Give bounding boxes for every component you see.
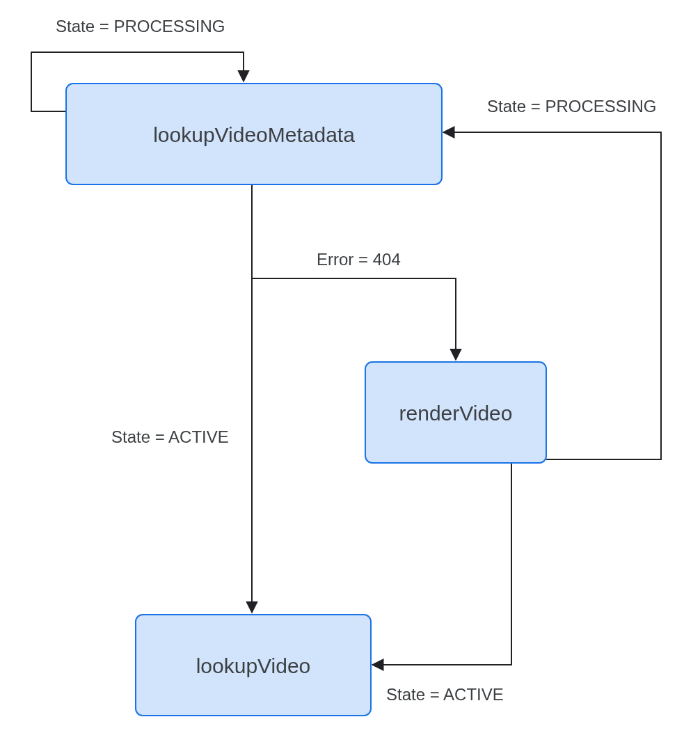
edge-render-to-lookupvideo: State = ACTIVE <box>372 462 511 704</box>
node-rendervideo: renderVideo <box>365 362 546 463</box>
edge-label-render-to-lookupmeta: State = PROCESSING <box>487 97 656 116</box>
node-lookupvideometadata: lookupVideoMetadata <box>66 84 442 184</box>
node-label-rendervideo: renderVideo <box>399 402 513 425</box>
node-label-lookupvideo: lookupVideo <box>196 654 311 677</box>
node-label-lookupvideometadata: lookupVideoMetadata <box>153 123 355 146</box>
edge-lookupmeta-to-lookupvideo: State = ACTIVE <box>111 184 252 613</box>
edge-lookupmeta-to-render: Error = 404 <box>252 250 456 360</box>
edge-label-selfloop: State = PROCESSING <box>56 17 225 36</box>
edge-label-lookupmeta-to-render: Error = 404 <box>317 250 401 269</box>
node-lookupvideo: lookupVideo <box>136 615 371 716</box>
edge-label-lookupmeta-to-lookupvideo: State = ACTIVE <box>111 427 229 446</box>
state-flow-diagram: State = PROCESSING State = PROCESSING Er… <box>0 0 700 749</box>
edge-label-render-to-lookupvideo: State = ACTIVE <box>386 685 504 704</box>
